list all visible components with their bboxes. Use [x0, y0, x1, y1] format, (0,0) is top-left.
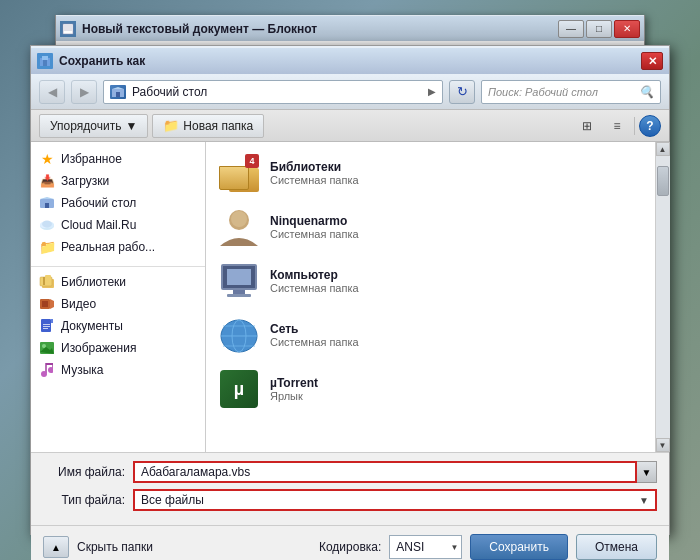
- libraries-header: Библиотеки: [31, 271, 205, 293]
- encoding-label: Кодировка:: [319, 540, 381, 554]
- svg-rect-26: [51, 319, 53, 323]
- sidebar-item-cloudmail[interactable]: Cloud Mail.Ru: [31, 214, 205, 236]
- computer-file-name: Компьютер: [270, 268, 359, 282]
- sidebar-item-downloads[interactable]: 📥 Загрузки: [31, 170, 205, 192]
- scroll-up-btn[interactable]: ▲: [656, 142, 670, 156]
- svg-rect-5: [42, 56, 48, 60]
- notepad-title: Новый текстовый документ — Блокнот: [82, 22, 558, 36]
- svg-rect-33: [46, 363, 53, 365]
- computer-file-icon: [218, 260, 260, 302]
- svg-marker-8: [112, 87, 124, 89]
- file-list: 4 Библиотеки Системная папка: [206, 142, 655, 452]
- svg-rect-44: [227, 269, 251, 285]
- libraries-file-icon: 4: [218, 152, 260, 194]
- svg-rect-20: [43, 277, 45, 285]
- filetype-arrow-icon: ▼: [639, 495, 649, 506]
- file-item-libraries[interactable]: 4 Библиотеки Системная папка: [210, 146, 651, 200]
- desktop-sidebar-icon: [39, 195, 55, 211]
- utorrent-file-name: µTorrent: [270, 376, 318, 390]
- vertical-scrollbar[interactable]: ▲ ▼: [655, 142, 669, 452]
- view-list-btn[interactable]: ⊞: [574, 115, 600, 137]
- downloads-icon: 📥: [39, 173, 55, 189]
- search-placeholder: Поиск: Рабочий стол: [488, 86, 598, 98]
- svg-rect-0: [63, 24, 73, 34]
- expand-btn[interactable]: ▲: [43, 536, 69, 558]
- svg-point-16: [42, 221, 52, 228]
- realwork-label: Реальная рабо...: [61, 240, 155, 254]
- new-folder-btn[interactable]: 📁 Новая папка: [152, 114, 264, 138]
- video-icon: [39, 296, 55, 312]
- nav-forward-btn[interactable]: ▶: [71, 80, 97, 104]
- svg-rect-9: [116, 92, 120, 97]
- file-item-ninquenarmo[interactable]: Ninquenarmo Системная папка: [210, 200, 651, 254]
- main-content: ★ Избранное 📥 Загрузки Рабочий стол: [31, 142, 669, 452]
- hide-folders-btn[interactable]: Скрыть папки: [77, 540, 153, 554]
- nav-back-btn[interactable]: ◀: [39, 80, 65, 104]
- sidebar-item-images[interactable]: Изображения: [31, 337, 205, 359]
- libraries-file-name: Библиотеки: [270, 160, 359, 174]
- toolbar: Упорядочить ▼ 📁 Новая папка ⊞ ≡ ?: [31, 110, 669, 142]
- sidebar-item-documents[interactable]: Документы: [31, 315, 205, 337]
- ninquenarmo-file-type: Системная папка: [270, 228, 359, 240]
- new-folder-label: Новая папка: [183, 119, 253, 133]
- scroll-down-btn[interactable]: ▼: [656, 438, 670, 452]
- action-bar-right: Кодировка: ANSI UTF-8 Unicode Сохранить …: [319, 534, 657, 560]
- favorites-section: ★ Избранное 📥 Загрузки Рабочий стол: [31, 148, 205, 258]
- svg-rect-23: [42, 301, 48, 307]
- search-icon: 🔍: [639, 85, 654, 99]
- sidebar-item-desktop[interactable]: Рабочий стол: [31, 192, 205, 214]
- images-icon: [39, 340, 55, 356]
- breadcrumb-bar[interactable]: Рабочий стол ▶: [103, 80, 443, 104]
- realwork-icon: 📁: [39, 239, 55, 255]
- cancel-btn[interactable]: Отмена: [576, 534, 657, 560]
- svg-rect-28: [43, 326, 50, 327]
- computer-file-type: Системная папка: [270, 282, 359, 294]
- help-btn[interactable]: ?: [639, 115, 661, 137]
- sidebar: ★ Избранное 📥 Загрузки Рабочий стол: [31, 142, 206, 452]
- filename-dropdown-btn[interactable]: ▼: [637, 461, 657, 483]
- save-btn[interactable]: Сохранить: [470, 534, 568, 560]
- save-dialog: Сохранить как ✕ ◀ ▶ Рабочий стол ▶ ↻ Пои…: [30, 45, 670, 535]
- network-file-icon: [218, 314, 260, 356]
- file-item-computer[interactable]: Компьютер Системная папка: [210, 254, 651, 308]
- notepad-titlebar: Новый текстовый документ — Блокнот — □ ✕: [56, 15, 644, 41]
- notepad-maximize-btn[interactable]: □: [586, 20, 612, 38]
- downloads-label: Загрузки: [61, 174, 109, 188]
- file-item-network[interactable]: Сеть Системная папка: [210, 308, 651, 362]
- filetype-label: Тип файла:: [43, 493, 133, 507]
- utorrent-icon-shape: µ: [220, 370, 258, 408]
- scroll-track[interactable]: [656, 156, 670, 438]
- dialog-close-btn[interactable]: ✕: [641, 52, 663, 70]
- sidebar-item-realwork[interactable]: 📁 Реальная рабо...: [31, 236, 205, 258]
- notepad-close-btn[interactable]: ✕: [614, 20, 640, 38]
- organize-label: Упорядочить: [50, 119, 121, 133]
- svg-rect-18: [40, 277, 52, 286]
- svg-marker-11: [40, 197, 54, 199]
- file-item-utorrent[interactable]: µ µTorrent Ярлык: [210, 362, 651, 416]
- organize-btn[interactable]: Упорядочить ▼: [39, 114, 148, 138]
- svg-rect-43: [227, 294, 251, 297]
- svg-marker-22: [50, 299, 54, 309]
- filetype-dropdown[interactable]: Все файлы ▼: [133, 489, 657, 511]
- sidebar-item-music[interactable]: Музыка: [31, 359, 205, 381]
- action-bar: ▲ Скрыть папки Кодировка: ANSI UTF-8 Uni…: [31, 525, 669, 560]
- libraries-icon: [39, 274, 55, 290]
- nav-refresh-btn[interactable]: ↻: [449, 80, 475, 104]
- libraries-section: Библиотеки Видео Документы: [31, 271, 205, 381]
- encoding-select[interactable]: ANSI UTF-8 Unicode: [389, 535, 462, 559]
- svg-rect-29: [43, 328, 48, 329]
- view-details-btn[interactable]: ≡: [604, 115, 630, 137]
- filename-input[interactable]: [133, 461, 637, 483]
- network-file-info: Сеть Системная папка: [270, 322, 359, 348]
- sidebar-item-video[interactable]: Видео: [31, 293, 205, 315]
- desktop-icon: [110, 85, 126, 99]
- search-bar[interactable]: Поиск: Рабочий стол 🔍: [481, 80, 661, 104]
- desktop-label: Рабочий стол: [61, 196, 136, 210]
- music-icon: [39, 362, 55, 378]
- notepad-minimize-btn[interactable]: —: [558, 20, 584, 38]
- video-label: Видео: [61, 297, 96, 311]
- ninquenarmo-file-name: Ninquenarmo: [270, 214, 359, 228]
- scroll-thumb[interactable]: [657, 166, 669, 196]
- network-file-type: Системная папка: [270, 336, 359, 348]
- toolbar-separator: [634, 117, 635, 135]
